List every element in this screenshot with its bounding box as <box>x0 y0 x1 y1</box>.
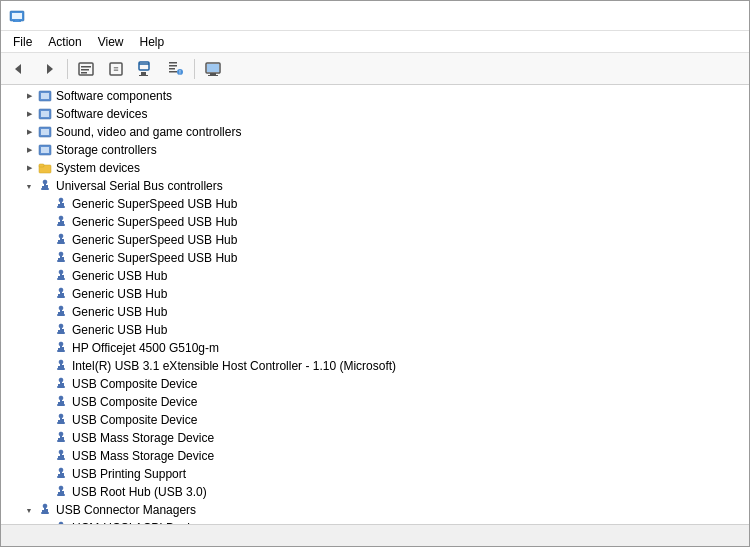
tree-item-usb-gen-hub-1[interactable]: Generic USB Hub <box>1 267 749 285</box>
expander-usb-gen-hub-4[interactable] <box>37 322 53 338</box>
expander-intel-usb[interactable] <box>37 358 53 374</box>
tree-item-usb-composite-1[interactable]: USB Composite Device <box>1 375 749 393</box>
tree-item-sound-video[interactable]: Sound, video and game controllers <box>1 123 749 141</box>
expander-storage-controllers[interactable] <box>21 142 37 158</box>
tree-label-software-components: Software components <box>56 89 172 103</box>
device-icon-usb-gen-hub-1 <box>53 268 69 284</box>
svg-marker-4 <box>15 64 21 74</box>
tree-item-usb-mass-2[interactable]: USB Mass Storage Device <box>1 447 749 465</box>
properties-button[interactable] <box>72 56 100 82</box>
expander-usb-hub-2[interactable] <box>37 214 53 230</box>
expander-usb-gen-hub-1[interactable] <box>37 268 53 284</box>
update-driver-button[interactable]: ≡ <box>102 56 130 82</box>
tree-item-usb-hub-3[interactable]: Generic SuperSpeed USB Hub <box>1 231 749 249</box>
device-icon-usb-hub-2 <box>53 214 69 230</box>
svg-rect-31 <box>41 129 49 135</box>
expander-usb-printing[interactable] <box>37 466 53 482</box>
tree-item-storage-controllers[interactable]: Storage controllers <box>1 141 749 159</box>
tree-item-usb-gen-hub-3[interactable]: Generic USB Hub <box>1 303 749 321</box>
svg-point-41 <box>59 198 63 202</box>
expander-system-devices[interactable] <box>21 160 37 176</box>
svg-rect-69 <box>58 294 60 296</box>
tree-item-usb-composite-3[interactable]: USB Composite Device <box>1 411 749 429</box>
tree-item-usb-composite-2[interactable]: USB Composite Device <box>1 393 749 411</box>
scan-changes-button[interactable] <box>132 56 160 82</box>
svg-rect-68 <box>57 296 65 298</box>
svg-rect-95 <box>62 383 64 386</box>
tree-label-usb-mass-2: USB Mass Storage Device <box>72 449 214 463</box>
tree-item-usb-controllers[interactable]: Universal Serial Bus controllers <box>1 177 749 195</box>
svg-rect-79 <box>58 330 60 332</box>
svg-point-71 <box>59 306 63 310</box>
device-icon-usb-composite-2 <box>53 394 69 410</box>
svg-rect-90 <box>62 365 64 368</box>
tree-item-usb-mass-1[interactable]: USB Mass Storage Device <box>1 429 749 447</box>
expander-usb-hub-1[interactable] <box>37 196 53 212</box>
tree-item-hp-officejet[interactable]: HP Officejet 4500 G510g-m <box>1 339 749 357</box>
svg-marker-5 <box>47 64 53 74</box>
tree-item-usb-printing[interactable]: USB Printing Support <box>1 465 749 483</box>
svg-rect-58 <box>57 260 65 262</box>
tree-item-usb-gen-hub-2[interactable]: Generic USB Hub <box>1 285 749 303</box>
expander-software-components[interactable] <box>21 88 37 104</box>
svg-point-86 <box>59 360 63 364</box>
expander-sound-video[interactable] <box>21 124 37 140</box>
expander-usb-mass-2[interactable] <box>37 448 53 464</box>
svg-rect-130 <box>46 509 48 512</box>
maximize-button[interactable] <box>647 1 693 31</box>
expander-hp-officejet[interactable] <box>37 340 53 356</box>
svg-rect-3 <box>13 21 21 22</box>
svg-rect-118 <box>57 476 65 478</box>
menu-view[interactable]: View <box>90 31 132 53</box>
expander-usb-composite-2[interactable] <box>37 394 53 410</box>
device-icon-usb-hub-3 <box>53 232 69 248</box>
device-tree[interactable]: Software components Software devices Sou… <box>1 85 749 524</box>
tree-label-usb-controllers: Universal Serial Bus controllers <box>56 179 223 193</box>
tree-item-intel-usb[interactable]: Intel(R) USB 3.1 eXtensible Host Control… <box>1 357 749 375</box>
expander-usb-hub-4[interactable] <box>37 250 53 266</box>
expander-usb-gen-hub-3[interactable] <box>37 304 53 320</box>
expander-usb-mass-1[interactable] <box>37 430 53 446</box>
expander-usb-hub-3[interactable] <box>37 232 53 248</box>
menu-bar: File Action View Help <box>1 31 749 53</box>
expander-software-devices[interactable] <box>21 106 37 122</box>
tree-item-usb-root-hub[interactable]: USB Root Hub (USB 3.0) <box>1 483 749 501</box>
menu-action[interactable]: Action <box>40 31 89 53</box>
svg-point-96 <box>59 396 63 400</box>
tree-item-software-devices[interactable]: Software devices <box>1 105 749 123</box>
tree-item-usb-hub-1[interactable]: Generic SuperSpeed USB Hub <box>1 195 749 213</box>
tree-item-system-devices[interactable]: System devices <box>1 159 749 177</box>
device-icon-software-devices <box>37 106 53 122</box>
tree-item-usb-gen-hub-4[interactable]: Generic USB Hub <box>1 321 749 339</box>
menu-help[interactable]: Help <box>132 31 173 53</box>
expander-usb-controllers[interactable] <box>21 178 37 194</box>
tree-label-hp-officejet: HP Officejet 4500 G510g-m <box>72 341 219 355</box>
title-bar-controls <box>599 1 741 31</box>
expander-usb-gen-hub-2[interactable] <box>37 286 53 302</box>
tree-label-usb-gen-hub-4: Generic USB Hub <box>72 323 167 337</box>
svg-rect-113 <box>57 458 65 460</box>
monitor-button[interactable] <box>199 56 227 82</box>
tree-item-usb-connector[interactable]: USB Connector Managers <box>1 501 749 519</box>
tree-item-usb-hub-4[interactable]: Generic SuperSpeed USB Hub <box>1 249 749 267</box>
device-icon-usb-gen-hub-4 <box>53 322 69 338</box>
svg-rect-45 <box>62 203 64 206</box>
svg-rect-84 <box>58 348 60 350</box>
device-events-button[interactable]: ! <box>162 56 190 82</box>
tree-item-software-components[interactable]: Software components <box>1 87 749 105</box>
svg-rect-1 <box>12 13 22 19</box>
back-button[interactable] <box>5 56 33 82</box>
close-button[interactable] <box>695 1 741 31</box>
expander-usb-composite-1[interactable] <box>37 376 53 392</box>
expander-usb-root-hub[interactable] <box>37 484 53 500</box>
svg-rect-108 <box>57 440 65 442</box>
svg-rect-120 <box>62 473 64 476</box>
expander-usb-connector[interactable] <box>21 502 37 518</box>
menu-file[interactable]: File <box>5 31 40 53</box>
svg-rect-98 <box>57 404 65 406</box>
svg-rect-85 <box>62 347 64 350</box>
tree-item-usb-hub-2[interactable]: Generic SuperSpeed USB Hub <box>1 213 749 231</box>
expander-usb-composite-3[interactable] <box>37 412 53 428</box>
forward-button[interactable] <box>35 56 63 82</box>
minimize-button[interactable] <box>599 1 645 31</box>
